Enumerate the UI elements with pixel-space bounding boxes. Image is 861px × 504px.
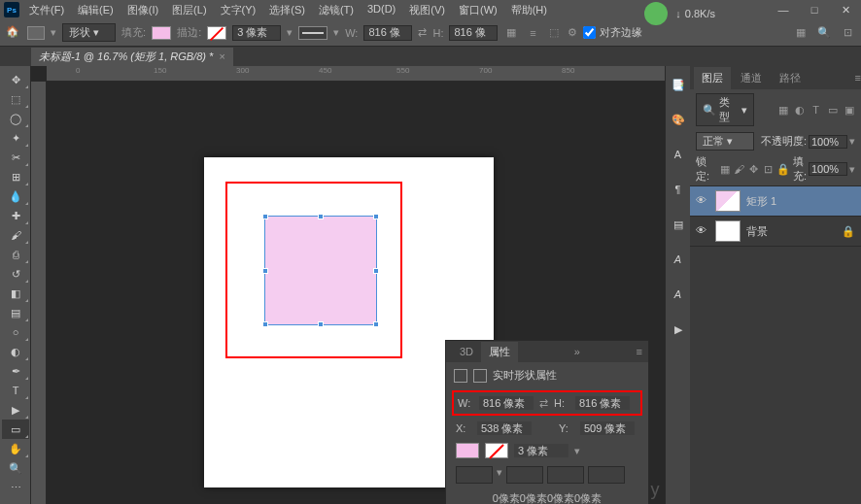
resize-handle-mr[interactable] — [373, 268, 379, 274]
resize-handle-tr[interactable] — [373, 214, 379, 219]
stroke-cap-btn[interactable] — [547, 466, 584, 484]
lasso-tool[interactable]: ◯ — [2, 109, 29, 128]
crop-tool[interactable]: ✂ — [2, 148, 29, 167]
filter-adjust-icon[interactable]: ◐ — [793, 104, 806, 117]
shape-mode-select[interactable]: 形状 ▾ — [62, 23, 116, 42]
resize-handle-ml[interactable] — [262, 268, 268, 274]
para-dock-icon[interactable]: ¶ — [670, 181, 687, 198]
home-icon[interactable]: 🏠 — [6, 25, 21, 41]
menu-view[interactable]: 视图(V) — [403, 1, 451, 19]
arrange-icon[interactable]: ⬚ — [546, 25, 562, 41]
menu-file[interactable]: 文件(F) — [23, 1, 70, 19]
dodge-tool[interactable]: ◐ — [2, 342, 29, 361]
prop-stroke-swatch[interactable] — [485, 443, 508, 458]
prop-stroke-width[interactable] — [514, 444, 568, 457]
menu-3d[interactable]: 3D(D) — [362, 1, 401, 19]
height-input[interactable] — [449, 25, 498, 41]
marquee-tool[interactable]: ⬚ — [2, 89, 29, 109]
menu-edit[interactable]: 编辑(E) — [72, 1, 120, 19]
lock-trans-icon[interactable]: ▦ — [719, 162, 731, 176]
move-tool[interactable]: ✥ — [2, 70, 29, 89]
edit-toolbar-icon[interactable]: ⋯ — [2, 478, 29, 497]
gear-icon[interactable]: ⚙ — [568, 26, 577, 39]
search-icon[interactable]: 🔍 — [816, 25, 832, 41]
filter-smart-icon[interactable]: ▣ — [843, 104, 855, 117]
rectangle-tool[interactable]: ▭ — [2, 420, 29, 439]
tab-3d[interactable]: 3D — [452, 343, 481, 360]
menu-help[interactable]: 帮助(H) — [505, 1, 553, 19]
prop-fill-swatch[interactable] — [456, 443, 479, 458]
history-brush-tool[interactable]: ↺ — [2, 264, 29, 284]
tool-preset-icon[interactable] — [27, 26, 45, 40]
glyph-dock-icon[interactable]: A — [670, 251, 687, 268]
panel-menu-icon[interactable]: ≡ — [637, 346, 642, 357]
fill-opacity-input[interactable] — [809, 162, 847, 176]
width-input[interactable] — [363, 25, 412, 41]
lock-pos-icon[interactable]: ✥ — [747, 162, 759, 176]
menu-image[interactable]: 图像(I) — [121, 1, 164, 19]
stroke-align-btn[interactable] — [506, 466, 543, 484]
resize-handle-tm[interactable] — [318, 214, 324, 219]
resize-handle-bl[interactable] — [262, 321, 268, 327]
tab-layers[interactable]: 图层 — [694, 67, 731, 89]
lock-pixel-icon[interactable]: 🖌 — [734, 162, 745, 176]
close-button[interactable]: ✕ — [834, 2, 857, 17]
filter-shape-icon[interactable]: ▭ — [826, 104, 839, 117]
stroke-color-swatch[interactable] — [207, 26, 226, 40]
stroke-width-input[interactable] — [232, 25, 281, 41]
view-grid-icon[interactable]: ▦ — [793, 25, 809, 41]
menu-layer[interactable]: 图层(L) — [166, 1, 212, 19]
wand-tool[interactable]: ✦ — [2, 128, 29, 148]
filter-pixel-icon[interactable]: ▦ — [776, 104, 789, 117]
layer-name[interactable]: 背景 — [746, 224, 836, 239]
stroke-style-select[interactable] — [298, 26, 327, 40]
char-dock-icon[interactable]: A — [670, 146, 687, 163]
workspace-icon[interactable]: ⊡ — [840, 25, 855, 41]
panel-menu-icon[interactable]: ≡ — [855, 72, 861, 84]
layer-thumbnail[interactable] — [715, 190, 740, 212]
stamp-tool[interactable]: ⎙ — [2, 245, 29, 264]
stroke-style-btn[interactable] — [456, 466, 493, 484]
tab-properties[interactable]: 属性 — [481, 342, 518, 362]
align-icon[interactable]: ≡ — [525, 25, 540, 41]
history-dock-icon[interactable]: 📑 — [670, 76, 687, 93]
lock-artboard-icon[interactable]: ⊡ — [762, 162, 774, 176]
prop-w-input[interactable] — [479, 396, 534, 410]
zoom-tool[interactable]: 🔍 — [2, 458, 29, 478]
minimize-button[interactable]: — — [772, 2, 795, 17]
stroke-join-btn[interactable] — [588, 466, 625, 484]
prop-x-input[interactable] — [477, 421, 532, 435]
frame-tool[interactable]: ⊞ — [2, 167, 29, 186]
tab-close-icon[interactable]: × — [219, 50, 224, 62]
visibility-icon[interactable]: 👁 — [696, 194, 709, 208]
actions-dock-icon[interactable]: ▶ — [670, 320, 687, 338]
hand-tool[interactable]: ✋ — [2, 439, 29, 458]
styles-dock-icon[interactable]: A — [670, 286, 687, 303]
heal-tool[interactable]: ✚ — [2, 206, 29, 225]
layer-name[interactable]: 矩形 1 — [746, 194, 855, 209]
eraser-tool[interactable]: ◧ — [2, 284, 29, 303]
resize-handle-bm[interactable] — [318, 321, 324, 327]
maximize-button[interactable]: □ — [803, 2, 826, 17]
gradient-tool[interactable]: ▤ — [2, 303, 29, 322]
path-select-tool[interactable]: ▶ — [2, 400, 29, 420]
type-tool[interactable]: T — [2, 381, 29, 400]
rectangle-shape[interactable] — [264, 216, 377, 325]
visibility-icon[interactable]: 👁 — [696, 224, 709, 238]
blend-mode-select[interactable]: 正常 ▾ — [696, 132, 754, 151]
prop-y-input[interactable] — [580, 421, 635, 435]
prop-h-input[interactable] — [575, 396, 630, 410]
menu-filter[interactable]: 滤镜(T) — [313, 1, 360, 19]
menu-select[interactable]: 选择(S) — [263, 1, 311, 19]
brush-dock-icon[interactable]: ▤ — [670, 216, 687, 233]
link-wh-props-icon[interactable]: ⇄ — [539, 397, 548, 410]
layer-thumbnail[interactable] — [715, 220, 740, 242]
blur-tool[interactable]: ○ — [2, 322, 29, 342]
lock-all-icon[interactable]: 🔒 — [776, 162, 790, 176]
layer-row-bg[interactable]: 👁 背景 🔒 — [690, 217, 861, 247]
fill-color-swatch[interactable] — [152, 26, 171, 40]
document-tab[interactable]: 未标题-1 @ 16.7% (矩形 1, RGB/8) * × — [31, 48, 233, 66]
opacity-input[interactable] — [809, 135, 847, 149]
path-ops-icon[interactable]: ▦ — [503, 25, 519, 41]
tab-channels[interactable]: 通道 — [733, 67, 770, 89]
